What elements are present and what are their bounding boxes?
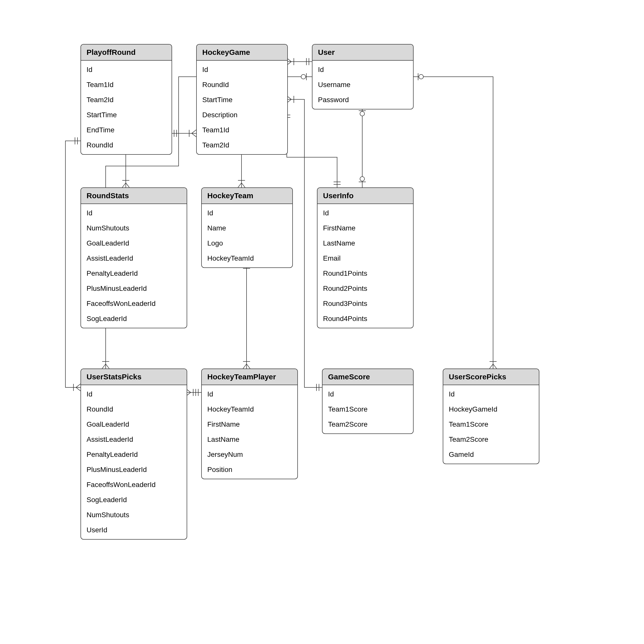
entity-title: HockeyTeam: [202, 188, 292, 204]
svg-line-14: [241, 183, 245, 187]
entity-title: PlayoffRound: [81, 45, 172, 61]
svg-line-37: [102, 364, 106, 369]
entity-field: SogLeaderId: [81, 492, 187, 507]
svg-line-42: [493, 364, 497, 369]
svg-line-55: [243, 364, 247, 369]
entity-field: PenaltyLeaderId: [81, 266, 187, 281]
entity-field: Id: [81, 387, 187, 402]
entity-field: FaceoffsWonLeaderId: [81, 296, 187, 311]
entity-field: GoalLeaderId: [81, 417, 187, 432]
entity-field: StartTime: [81, 107, 172, 123]
entity-field: Id: [81, 206, 187, 221]
svg-line-43: [490, 364, 493, 369]
entity-field: AssistLeaderId: [81, 251, 187, 266]
entity-field: UserId: [81, 522, 187, 538]
svg-line-3: [192, 130, 196, 133]
entity-user: UserIdUsernamePassword: [312, 44, 414, 109]
svg-line-9: [122, 183, 126, 187]
entity-playoffround: PlayoffRoundIdTeam1IdTeam2IdStartTimeEnd…: [81, 44, 172, 155]
svg-point-41: [419, 74, 423, 79]
entity-field: RoundId: [197, 77, 287, 92]
entity-title: HockeyGame: [197, 45, 287, 61]
entity-field: Team1Id: [197, 123, 287, 138]
entity-field: SogLeaderId: [81, 311, 187, 326]
entity-field: Team2Id: [197, 138, 287, 153]
entity-field: RoundId: [81, 402, 187, 417]
entity-field: Description: [197, 107, 287, 123]
entity-field: Id: [197, 62, 287, 77]
relationship-line: [413, 77, 493, 369]
entity-field: Email: [317, 251, 413, 266]
svg-line-15: [238, 183, 241, 187]
entity-userstatspicks: UserStatsPicksIdRoundIdGoalLeaderIdAssis…: [81, 369, 187, 540]
entity-field: Logo: [202, 236, 292, 251]
entity-userinfo: UserInfoIdFirstNameLastNameEmailRound1Po…: [317, 187, 414, 328]
entity-field: Round1Points: [317, 266, 413, 281]
entity-title: RoundStats: [81, 188, 187, 204]
entity-field: FirstName: [317, 221, 413, 236]
svg-point-31: [360, 111, 365, 116]
entity-field: FirstName: [202, 417, 297, 432]
entity-field: Round4Points: [317, 311, 413, 326]
entity-field: Team1Score: [443, 417, 539, 432]
entity-field: HockeyTeamId: [202, 251, 292, 266]
svg-point-35: [301, 74, 306, 79]
entity-field: Team1Id: [81, 77, 172, 92]
entity-roundstats: RoundStatsIdNumShutoutsGoalLeaderIdAssis…: [81, 187, 187, 328]
entity-field: Id: [312, 62, 413, 77]
entity-field: FaceoffsWonLeaderId: [81, 477, 187, 492]
entity-field: Password: [312, 92, 413, 107]
entity-field: NumShutouts: [81, 221, 187, 236]
svg-line-54: [247, 364, 250, 369]
entity-field: GoalLeaderId: [81, 236, 187, 251]
entity-field: JerseyNum: [202, 447, 297, 462]
entity-field: GameId: [443, 447, 539, 462]
svg-line-49: [76, 384, 81, 387]
svg-line-36: [106, 364, 109, 369]
entity-field: Team2Score: [443, 432, 539, 447]
entity-title: UserScorePicks: [443, 369, 539, 385]
entity-hockeyteam: HockeyTeamIdNameLogoHockeyTeamId: [201, 187, 293, 268]
entity-field: Round2Points: [317, 281, 413, 296]
entity-field: Id: [202, 387, 297, 402]
entity-field: Username: [312, 77, 413, 92]
svg-line-48: [76, 387, 81, 391]
entity-field: Position: [202, 462, 297, 477]
entity-field: Id: [202, 206, 292, 221]
entity-field: Name: [202, 221, 292, 236]
entity-field: LastName: [202, 432, 297, 447]
entity-field: HockeyGameId: [443, 402, 539, 417]
entity-field: PlusMinusLeaderId: [81, 281, 187, 296]
entity-field: Id: [317, 206, 413, 221]
entity-gamescore: GameScoreIdTeam1ScoreTeam2Score: [322, 369, 414, 434]
entity-field: AssistLeaderId: [81, 432, 187, 447]
entity-field: Id: [323, 387, 413, 402]
entity-field: Team2Score: [323, 417, 413, 432]
svg-line-8: [126, 183, 129, 187]
relationship-line: [65, 141, 81, 387]
entity-title: GameScore: [323, 369, 413, 385]
relationship-line: [287, 112, 337, 187]
entity-field: Team1Score: [323, 402, 413, 417]
entity-field: NumShutouts: [81, 507, 187, 522]
entity-field: StartTime: [197, 92, 287, 107]
entity-field: RoundId: [81, 138, 172, 153]
entity-title: User: [312, 45, 413, 61]
entity-field: LastName: [317, 236, 413, 251]
entity-title: UserInfo: [317, 188, 413, 204]
entity-field: HockeyTeamId: [202, 402, 297, 417]
entity-hockeyteamplayer: HockeyTeamPlayerIdHockeyTeamIdFirstNameL…: [201, 369, 298, 479]
entity-field: Id: [81, 62, 172, 77]
entity-hockeygame: HockeyGameIdRoundIdStartTimeDescriptionT…: [196, 44, 288, 155]
svg-point-33: [360, 177, 365, 181]
entity-field: PenaltyLeaderId: [81, 447, 187, 462]
entity-title: HockeyTeamPlayer: [202, 369, 297, 385]
entity-field: PlusMinusLeaderId: [81, 462, 187, 477]
entity-field: Team2Id: [81, 92, 172, 107]
entity-field: Id: [443, 387, 539, 402]
entity-field: EndTime: [81, 123, 172, 138]
entity-field: Round3Points: [317, 296, 413, 311]
svg-line-2: [192, 133, 196, 137]
entity-userscorepicks: UserScorePicksIdHockeyGameIdTeam1ScoreTe…: [443, 369, 539, 464]
entity-title: UserStatsPicks: [81, 369, 187, 385]
